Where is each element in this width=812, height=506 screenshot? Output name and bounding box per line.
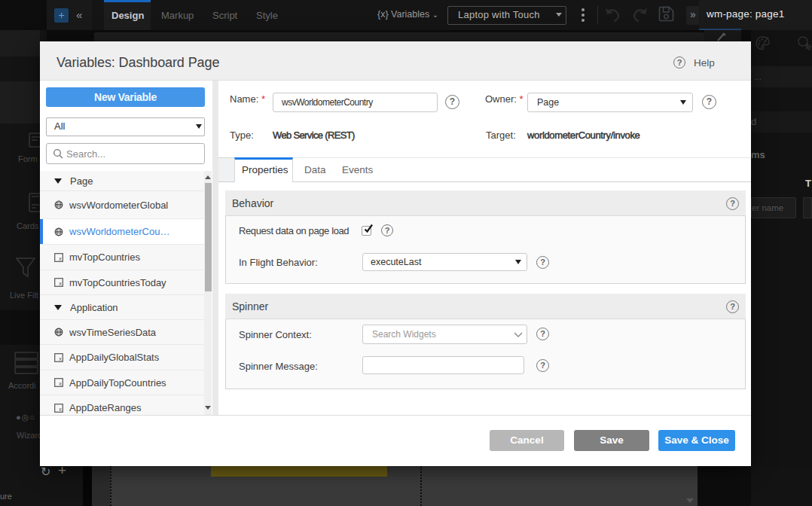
svg-text:x: x [59, 256, 62, 261]
svg-text:x: x [59, 381, 62, 386]
svg-text:x: x [59, 356, 62, 361]
svg-text:x: x [59, 407, 62, 412]
svg-text:x: x [59, 281, 62, 286]
